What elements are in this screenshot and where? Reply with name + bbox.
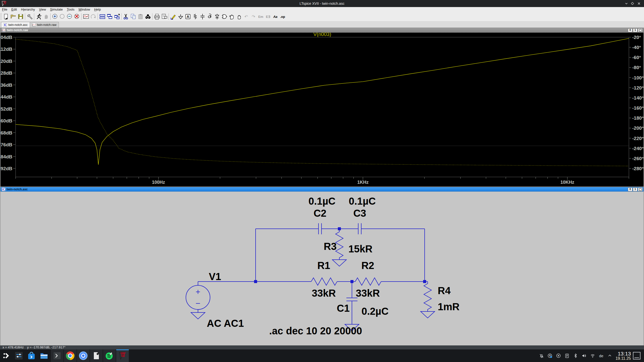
zoom-area-button[interactable] bbox=[59, 13, 66, 20]
r4-ref-label[interactable]: R4 bbox=[438, 285, 451, 296]
resistor-R4[interactable] bbox=[424, 282, 431, 311]
schematic-canvas[interactable]: 0.1µC 0.1µC C2 C3 R3 15kR R1 R2 33kR 33k… bbox=[1, 192, 643, 345]
menu-simulate[interactable]: Simulate bbox=[48, 7, 65, 12]
wave-close-button[interactable] bbox=[638, 28, 642, 32]
label-tool-button[interactable]: A bbox=[184, 13, 191, 20]
spotify-button[interactable] bbox=[103, 349, 116, 362]
tab-twin-notch-asc[interactable]: twin-notch.asc bbox=[1, 22, 30, 28]
r2-value-label[interactable]: 33kR bbox=[356, 288, 380, 299]
c3-value-label[interactable]: 0.1µC bbox=[349, 196, 376, 207]
chromium-button[interactable] bbox=[77, 349, 90, 362]
tray-expand-icon[interactable] bbox=[606, 349, 614, 362]
menu-view[interactable]: View bbox=[37, 7, 48, 12]
schem-maximize-button[interactable]: 1 bbox=[633, 188, 637, 191]
waveform-plot[interactable]: V(n003)-104dB-112dB-120dB-128dB-136dB-14… bbox=[1, 33, 643, 187]
c3-ref-label[interactable]: C3 bbox=[353, 208, 366, 219]
capacitor-C3[interactable] bbox=[358, 223, 361, 234]
tile-vertical-button[interactable] bbox=[113, 13, 120, 20]
open-file-button[interactable] bbox=[10, 13, 17, 20]
inductor-tool-button[interactable] bbox=[206, 13, 213, 20]
drag-tool-button[interactable] bbox=[235, 13, 243, 20]
schematic-window-titlebar[interactable]: twin-notch.asc 0 1 bbox=[1, 187, 643, 192]
schem-minimize-button[interactable]: 0 bbox=[628, 188, 632, 191]
clipboard-icon[interactable] bbox=[563, 349, 571, 362]
find-button[interactable] bbox=[144, 13, 151, 20]
menu-hierarchy[interactable]: Hierarchy bbox=[19, 7, 37, 12]
undo-button[interactable]: ↶ bbox=[243, 13, 250, 20]
resistor-R2[interactable] bbox=[355, 278, 381, 285]
copy-button[interactable] bbox=[130, 13, 137, 20]
clock[interactable]: 13:13 19.11.25 bbox=[616, 351, 631, 361]
wifi-icon[interactable] bbox=[588, 349, 597, 362]
wave-maximize-button[interactable]: 1 bbox=[633, 28, 637, 32]
ground-symbol[interactable] bbox=[332, 260, 346, 266]
mirror-button[interactable]: Em bbox=[257, 13, 264, 20]
capacitor-C2[interactable] bbox=[318, 223, 321, 234]
volume-icon[interactable] bbox=[580, 349, 588, 362]
spice-directive-button[interactable]: .op bbox=[279, 13, 286, 20]
maximize-button[interactable] bbox=[630, 2, 634, 6]
tile-horizontal-button[interactable] bbox=[99, 13, 106, 20]
control-panel-button[interactable] bbox=[26, 13, 33, 20]
schem-close-button[interactable] bbox=[638, 188, 642, 191]
resistor-tool-button[interactable] bbox=[191, 13, 199, 20]
wire[interactable] bbox=[198, 282, 428, 285]
minimize-button[interactable] bbox=[624, 2, 628, 6]
software-store-button[interactable] bbox=[25, 349, 38, 362]
ltspice-button[interactable] bbox=[116, 349, 129, 362]
save-button[interactable] bbox=[17, 13, 24, 20]
print-button[interactable] bbox=[153, 13, 160, 20]
bluetooth-icon[interactable] bbox=[571, 349, 580, 362]
zoom-full-extents-button[interactable] bbox=[73, 13, 80, 20]
voltage-source-V1[interactable] bbox=[186, 285, 210, 309]
print-preview-button[interactable] bbox=[160, 13, 168, 20]
capacitor-tool-button[interactable] bbox=[199, 13, 206, 20]
r4-value-label[interactable]: 1mR bbox=[438, 301, 460, 312]
cut-button[interactable] bbox=[122, 13, 130, 20]
toolbar-grip[interactable] bbox=[1, 13, 2, 20]
resistor-R1[interactable] bbox=[311, 278, 337, 285]
menu-file[interactable]: File bbox=[0, 7, 9, 12]
halt-button[interactable] bbox=[42, 13, 50, 20]
audio-file-button[interactable] bbox=[90, 349, 103, 362]
move-tool-button[interactable] bbox=[228, 13, 235, 20]
file-manager-button[interactable] bbox=[38, 349, 50, 362]
trace-title[interactable]: V(n003) bbox=[313, 33, 331, 37]
show-desktop-button[interactable] bbox=[633, 352, 640, 359]
menu-edit[interactable]: Edit bbox=[9, 7, 19, 12]
ground-symbol[interactable] bbox=[191, 309, 205, 319]
c1-value-label[interactable]: 0.2µC bbox=[361, 306, 389, 317]
keyboard-layout-indicator[interactable]: de bbox=[597, 349, 606, 362]
phase-trace[interactable] bbox=[16, 39, 629, 166]
wave-minimize-button[interactable]: 0 bbox=[628, 28, 632, 32]
media-play-icon[interactable] bbox=[554, 349, 563, 362]
autorange-button[interactable] bbox=[82, 13, 90, 20]
paste-button[interactable] bbox=[137, 13, 144, 20]
diode-tool-button[interactable] bbox=[213, 13, 221, 20]
wire-tool-button[interactable] bbox=[170, 13, 177, 20]
r1-value-label[interactable]: 33kR bbox=[312, 288, 336, 299]
tab-twin-notch-raw[interactable]: twin-notch.raw bbox=[30, 22, 59, 28]
r2-ref-label[interactable]: R2 bbox=[361, 260, 374, 271]
chrome-button[interactable] bbox=[64, 349, 76, 362]
notifications-icon[interactable] bbox=[537, 349, 546, 362]
r3-ref-label[interactable]: R3 bbox=[324, 241, 337, 252]
menu-tools[interactable]: Tools bbox=[65, 7, 76, 12]
v1-ref-label[interactable]: V1 bbox=[209, 271, 221, 282]
waveform-window-titlebar[interactable]: twin-notch.raw 0 1 bbox=[1, 28, 643, 33]
component-tool-button[interactable] bbox=[221, 13, 228, 20]
zoom-out-button[interactable] bbox=[66, 13, 73, 20]
rotate-button[interactable]: E∃ bbox=[264, 13, 272, 20]
ground-tool-button[interactable] bbox=[177, 13, 184, 20]
close-button[interactable] bbox=[637, 2, 641, 6]
menu-window[interactable]: Window bbox=[76, 7, 92, 12]
c2-value-label[interactable]: 0.1µC bbox=[308, 196, 336, 207]
cascade-windows-button[interactable] bbox=[106, 13, 113, 20]
app-launcher-button[interactable] bbox=[0, 349, 13, 362]
redo-button[interactable]: ↷ bbox=[250, 13, 257, 20]
r3-value-label[interactable]: 15kR bbox=[348, 243, 373, 254]
terminal-button[interactable] bbox=[51, 349, 63, 362]
text-tool-button[interactable]: Aa bbox=[272, 13, 279, 20]
c1-ref-label[interactable]: C1 bbox=[337, 303, 350, 314]
v1-value-label[interactable]: AC AC1 bbox=[207, 318, 244, 329]
